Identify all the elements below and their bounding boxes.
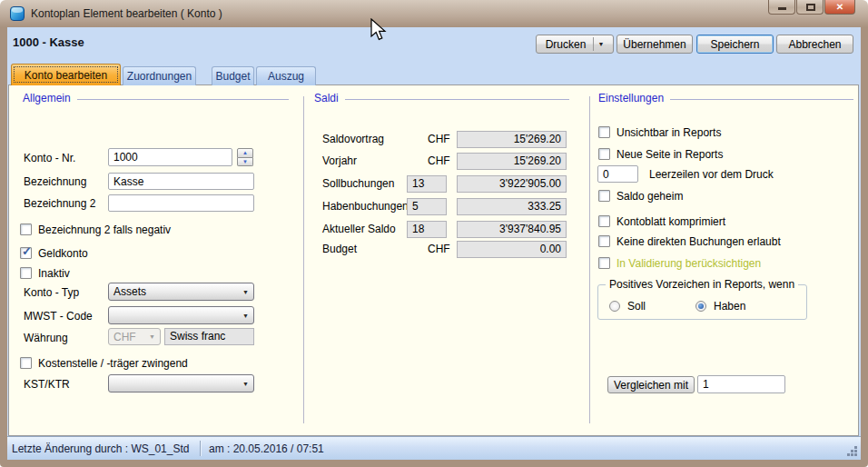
konto-typ-select[interactable]: Assets ▼ — [108, 283, 254, 301]
unsichtbar-checkbox-row[interactable]: ✓ Unsichtbar in Reports — [598, 125, 721, 139]
kostenstelle-checkbox-row[interactable]: ✓ Kostenstelle / -träger zwingend — [20, 356, 188, 370]
split-divider — [593, 37, 594, 51]
tab-auszug[interactable]: Auszug — [256, 66, 316, 85]
konto-nr-spinner: ▲ ▼ — [237, 148, 253, 166]
tab-label: Zuordnungen — [127, 70, 192, 83]
saldo-geheim-checkbox[interactable]: ✓ — [598, 190, 610, 202]
status-divider — [200, 441, 201, 456]
checkbox-label[interactable]: In Validierung berücksichtigen — [616, 257, 761, 270]
bezeichnung-input[interactable] — [108, 173, 254, 190]
bezeichnung2-input[interactable] — [108, 194, 254, 212]
spinner-up-button[interactable]: ▲ — [237, 148, 253, 158]
minimize-button[interactable] — [768, 0, 795, 15]
tab-zuordnungen[interactable]: Zuordnungen — [123, 66, 196, 85]
checkbox-label[interactable]: Kostenstelle / -träger zwingend — [38, 357, 188, 370]
group-rule — [670, 99, 853, 100]
resize-grip-icon[interactable] — [854, 453, 857, 456]
drucken-button[interactable]: Drucken ▼ — [536, 35, 614, 54]
budget-amount-field: 0.00 — [457, 241, 567, 258]
tab-label: Konto bearbeiten — [25, 69, 107, 82]
konto-nr-input[interactable] — [108, 148, 232, 166]
bezeichnung2-label: Bezeichnung 2 — [24, 197, 95, 210]
mwst-code-select[interactable]: ▼ — [108, 306, 254, 324]
checkbox-label[interactable]: Unsichtbar in Reports — [616, 126, 721, 139]
leerzeilen-input[interactable] — [597, 165, 638, 183]
saldi-row-label: Sollbuchungen — [322, 177, 394, 190]
kst-ktr-select[interactable]: ▼ — [108, 374, 254, 392]
checkbox-label[interactable]: Neue Seite in Reports — [616, 148, 723, 161]
inaktiv-checkbox[interactable]: ✓ — [20, 267, 32, 279]
drucken-label: Drucken — [546, 38, 587, 51]
sollbuchungen-count-field: 13 — [407, 175, 447, 193]
soll-radio[interactable] — [609, 301, 620, 312]
spinner-down-button[interactable]: ▼ — [237, 158, 253, 167]
page-title: 1000 - Kasse — [13, 35, 84, 49]
client-area: 1000 - Kasse Drucken ▼ Übernehmen Speich… — [7, 27, 861, 460]
waehrung-label: Währung — [24, 332, 68, 344]
bezeichnung-label: Bezeichnung — [24, 175, 86, 188]
maximize-button[interactable] — [796, 0, 824, 15]
vorjahr-amount-field: 15'269.20 — [457, 153, 567, 170]
haben-radio-row[interactable]: Haben — [695, 300, 745, 313]
window-controls: ✕ — [768, 0, 855, 15]
checkbox-label[interactable]: Kontoblatt komprimiert — [616, 215, 725, 228]
allgemein-group-header: Allgemein — [23, 92, 289, 104]
abbrechen-button[interactable]: Abbrechen — [776, 35, 853, 54]
vergleichen-mit-input[interactable] — [697, 375, 785, 393]
checkbox-label[interactable]: Saldo geheim — [616, 190, 683, 203]
chevron-up-icon: ▲ — [242, 150, 248, 155]
validierung-checkbox[interactable]: ✓ — [598, 257, 610, 269]
check-icon: ✓ — [22, 244, 32, 258]
checkbox-label[interactable]: Bezeichnung 2 falls negativ — [38, 224, 171, 236]
saldovortrag-amount-field: 15'269.20 — [457, 131, 567, 148]
unsichtbar-checkbox[interactable]: ✓ — [598, 126, 610, 138]
checkbox-label[interactable]: Inaktiv — [38, 267, 70, 280]
group-rule — [77, 99, 289, 100]
kontoblatt-checkbox[interactable]: ✓ — [598, 215, 610, 227]
bezeichnung2-negativ-checkbox-row[interactable]: ✓ Bezeichnung 2 falls negativ — [20, 223, 171, 236]
close-button[interactable]: ✕ — [824, 0, 855, 15]
drucken-dropdown-icon[interactable]: ▼ — [597, 41, 604, 47]
soll-radio-row[interactable]: Soll — [609, 300, 646, 313]
geldkonto-checkbox-row[interactable]: ✓ Geldkonto — [20, 246, 88, 260]
radio-label[interactable]: Haben — [714, 300, 745, 313]
keine-buchungen-checkbox[interactable]: ✓ — [598, 235, 610, 247]
keine-buchungen-checkbox-row[interactable]: ✓ Keine direkten Buchungen erlaubt — [598, 234, 781, 248]
leerzeilen-label: Leerzeilen vor dem Druck — [649, 168, 774, 181]
checkbox-label[interactable]: Geldkonto — [38, 247, 88, 260]
group-rule — [345, 99, 569, 100]
geldkonto-checkbox[interactable]: ✓ — [20, 247, 32, 259]
sollbuchungen-amount-field: 3'922'905.00 — [457, 175, 567, 193]
chevron-down-icon: ▼ — [242, 159, 248, 164]
inaktiv-checkbox-row[interactable]: ✓ Inaktiv — [20, 266, 70, 280]
kontoblatt-checkbox-row[interactable]: ✓ Kontoblatt komprimiert — [598, 214, 725, 228]
neue-seite-checkbox[interactable]: ✓ — [598, 148, 610, 160]
vergleichen-mit-button[interactable]: Vergleichen mit — [607, 376, 695, 393]
neue-seite-checkbox-row[interactable]: ✓ Neue Seite in Reports — [598, 147, 723, 161]
saldi-row-unit: CHF — [428, 133, 450, 145]
column-divider — [589, 96, 590, 423]
saldo-geheim-checkbox-row[interactable]: ✓ Saldo geheim — [598, 189, 683, 203]
uebernehmen-button[interactable]: Übernehmen — [616, 35, 693, 54]
checkbox-label[interactable]: Keine direkten Buchungen erlaubt — [616, 235, 781, 248]
tab-konto-bearbeiten[interactable]: Konto bearbeiten — [11, 64, 121, 85]
saldi-group-label: Saldi — [314, 92, 339, 104]
bezeichnung2-negativ-checkbox[interactable]: ✓ — [20, 224, 32, 235]
speichern-label: Speichern — [710, 38, 759, 51]
haben-radio[interactable] — [695, 301, 706, 312]
chevron-down-icon: ▼ — [242, 381, 249, 387]
window-title: Kontoplan Element bearbeiten ( Konto ) — [31, 7, 222, 20]
maximize-icon — [806, 4, 815, 11]
aktueller-saldo-amount-field: 3'937'840.95 — [457, 221, 567, 238]
habenbuchungen-count-field: 5 — [407, 198, 447, 215]
app-window: Kontoplan Element bearbeiten ( Konto ) ✕… — [0, 0, 868, 467]
tab-label: Auszug — [268, 70, 304, 83]
title-bar[interactable]: Kontoplan Element bearbeiten ( Konto ) ✕ — [0, 0, 868, 27]
column-divider — [303, 96, 304, 423]
validierung-checkbox-row[interactable]: ✓ In Validierung berücksichtigen — [598, 256, 761, 270]
speichern-button[interactable]: Speichern — [696, 35, 774, 54]
tab-budget[interactable]: Budget — [212, 66, 254, 85]
kostenstelle-checkbox[interactable]: ✓ — [20, 357, 32, 369]
radio-label[interactable]: Soll — [627, 300, 646, 313]
waehrung-name-field: Swiss franc — [164, 328, 254, 345]
